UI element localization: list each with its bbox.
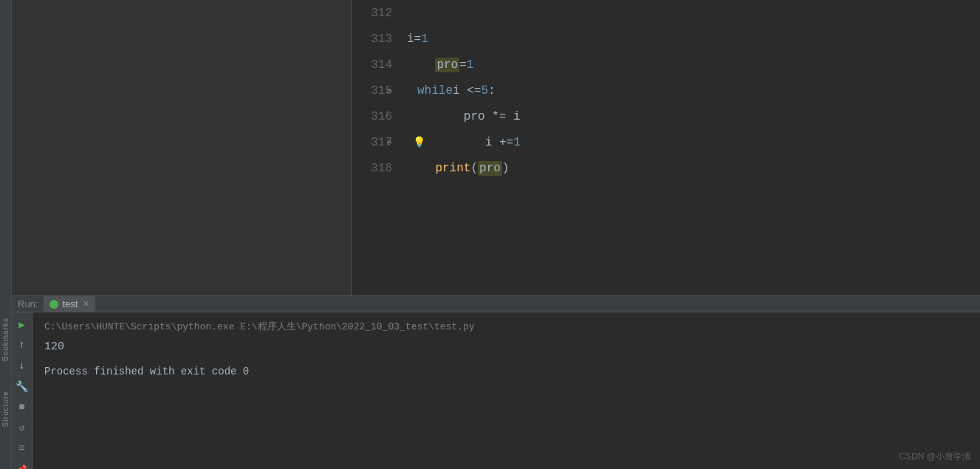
output-number: 120	[44, 338, 968, 356]
line-number-313: 313	[359, 32, 392, 46]
run-main: ▶ ↑ ↓ 🔧 ■ ↺ ≡ 📌 🖨 ✂ C:\Users\HUNTE\Scrip…	[12, 312, 980, 469]
left-gutter	[12, 0, 352, 295]
code-token: 1	[467, 58, 474, 72]
structure-label[interactable]: Structure	[1, 391, 10, 428]
bookmarks-label[interactable]: Bookmarks	[1, 318, 10, 361]
watermark: CSDN @小唐学渣	[899, 451, 971, 463]
code-panel[interactable]: 312 313 i = 1 314 pro =	[352, 0, 980, 295]
run-side-toolbar: ▶ ↑ ↓ 🔧 ■ ↺ ≡ 📌 🖨 ✂	[12, 312, 32, 469]
wrench-button[interactable]: 🔧	[15, 379, 30, 394]
play-button[interactable]: ▶	[15, 317, 30, 332]
code-line-318: 318 print ( pro )	[352, 155, 980, 181]
code-line-315: 315 ⊖ while i <= 5 :	[352, 78, 980, 103]
code-token: =	[414, 32, 422, 46]
code-line-316: 316 pro *= i	[352, 103, 980, 129]
lightbulb-icon[interactable]: 💡	[413, 136, 425, 148]
rerun-button[interactable]: ↺	[15, 420, 30, 435]
line-number-318: 318	[359, 162, 392, 175]
scroll-up-button[interactable]: ↑	[15, 338, 30, 352]
run-output: C:\Users\HUNTE\Scripts\python.exe E:\程序人…	[32, 312, 980, 469]
editor-area: 312 313 i = 1 314 pro =	[12, 0, 980, 295]
line-content-315: while i <= 5 :	[417, 84, 496, 97]
vertical-sidebar: Bookmarks Structure	[0, 0, 12, 469]
code-token-print: print	[435, 162, 470, 175]
code-token: i	[407, 32, 414, 46]
tab-python-icon	[49, 300, 58, 309]
list-button[interactable]: ≡	[15, 441, 30, 456]
code-token: 5	[481, 84, 488, 97]
line-number-316: 316	[359, 110, 392, 123]
keyword-while: while	[417, 84, 453, 97]
line-number-312: 312	[359, 7, 392, 20]
line-content-314: pro = 1	[407, 58, 473, 72]
code-token: i +=	[428, 136, 513, 149]
run-tab-test[interactable]: test ✕	[44, 296, 95, 312]
line-content-313: i = 1	[407, 32, 428, 46]
code-token: :	[488, 84, 496, 97]
stop-button[interactable]: ■	[15, 400, 30, 414]
line-number-314: 314	[359, 58, 392, 72]
code-line-317: 317 ⊖ 💡 i += 1	[352, 129, 980, 155]
code-token: (	[470, 162, 478, 175]
fold-indicator-315[interactable]: ⊖	[387, 86, 396, 95]
run-label: Run:	[18, 298, 38, 309]
code-token: 1	[513, 136, 521, 149]
code-token: pro *= i	[407, 110, 521, 123]
line-content-318: print ( pro )	[407, 161, 509, 176]
tab-name: test	[62, 298, 78, 309]
pin-button[interactable]: 📌	[15, 462, 30, 469]
line-content-317: i += 1	[428, 136, 521, 149]
code-line-313: 313 i = 1	[352, 26, 980, 52]
output-exit-message: Process finished with exit code 0	[44, 363, 968, 380]
code-token: i <=	[453, 84, 481, 97]
code-line-314: 314 pro = 1	[352, 52, 980, 78]
code-token	[407, 58, 435, 72]
output-command: C:\Users\HUNTE\Scripts\python.exe E:\程序人…	[44, 320, 968, 335]
scroll-down-button[interactable]: ↓	[15, 358, 30, 373]
code-line-312: 312	[352, 0, 980, 26]
code-token	[407, 162, 435, 175]
code-token-pro2: pro	[478, 161, 502, 176]
line-content-316: pro *= i	[407, 110, 521, 123]
run-panel: Run: test ✕ ▶ ↑ ↓ 🔧 ■ ↺ ≡ 📌 🖨 ✂	[12, 295, 980, 469]
code-token-pro: pro	[435, 58, 459, 72]
run-tab-bar: Run: test ✕	[12, 296, 980, 312]
fold-indicator-317[interactable]: ⊖	[387, 138, 396, 147]
code-token: =	[459, 58, 467, 72]
code-token: )	[502, 162, 510, 175]
tab-close-button[interactable]: ✕	[83, 299, 89, 309]
code-token: 1	[421, 32, 428, 46]
main-content: 312 313 i = 1 314 pro =	[12, 0, 980, 469]
